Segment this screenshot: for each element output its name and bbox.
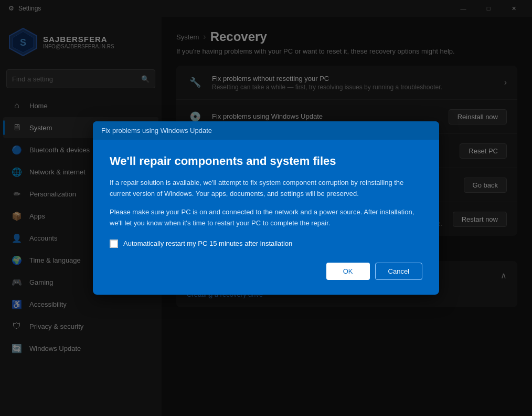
dialog: Fix problems using Windows Update We'll …	[93, 121, 439, 294]
dialog-actions: OK Cancel	[110, 263, 422, 280]
dialog-overlay: Fix problems using Windows Update We'll …	[0, 0, 532, 416]
dialog-text1: If a repair solution is available, we'll…	[110, 178, 422, 200]
dialog-title: We'll repair components and system files	[110, 154, 422, 168]
dialog-ok-button[interactable]: OK	[326, 263, 370, 280]
dialog-checkbox-row: Automatically restart my PC 15 minutes a…	[110, 240, 422, 248]
dialog-body: We'll repair components and system files…	[93, 140, 439, 294]
auto-restart-checkbox[interactable]	[110, 240, 118, 248]
dialog-titlebar: Fix problems using Windows Update	[93, 121, 439, 140]
auto-restart-label: Automatically restart my PC 15 minutes a…	[123, 240, 292, 247]
dialog-cancel-button[interactable]: Cancel	[375, 263, 422, 280]
dialog-text2: Please make sure your PC is on and conne…	[110, 207, 422, 229]
